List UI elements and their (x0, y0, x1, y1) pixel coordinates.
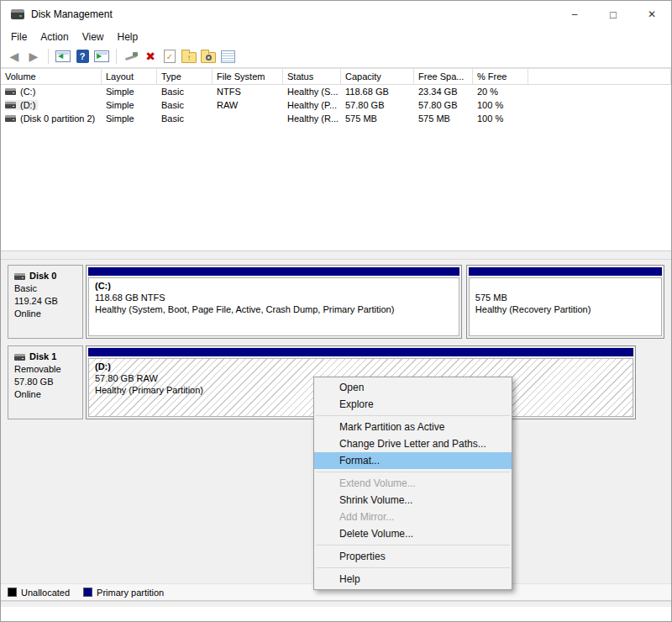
menu-separator (316, 567, 510, 568)
primary-partition-bar (88, 267, 459, 276)
col-pct-free[interactable]: % Free (473, 69, 528, 85)
green-right-triangle: ▶ (97, 53, 102, 60)
col-layout[interactable]: Layout (102, 69, 157, 85)
menu-item-help[interactable]: Help (314, 571, 512, 588)
menu-item-properties[interactable]: Properties (314, 548, 512, 565)
col-volume[interactable]: Volume (1, 69, 102, 85)
legend-primary-partition: Primary partition (83, 588, 164, 598)
disk1-label[interactable]: Disk 1 Removable 57.80 GB Online (8, 345, 83, 419)
close-button[interactable]: ✕ (633, 1, 671, 28)
orange-check: ✓ (166, 52, 173, 61)
drive-icon (5, 115, 16, 122)
menu-action[interactable]: Action (34, 29, 75, 45)
disk0-label[interactable]: Disk 0 Basic 119.24 GB Online (8, 265, 83, 339)
partition-context-menu: Open Explore Mark Partition as Active Ch… (313, 377, 512, 590)
menu-item-explore[interactable]: Explore (314, 396, 512, 413)
window-title: Disk Management (31, 8, 113, 20)
col-capacity[interactable]: Capacity (341, 69, 414, 85)
disk0-size: 119.24 GB (14, 295, 76, 308)
disk0-kind: Basic (14, 282, 76, 295)
disk1-state: Online (14, 388, 76, 401)
menu-item-add-mirror: Add Mirror... (314, 509, 512, 525)
refresh-tool-icon[interactable] (123, 47, 139, 66)
primary-partition-bar (88, 348, 633, 356)
volume-list-header: Volume Layout Type File System Status Ca… (1, 68, 671, 85)
maximize-button[interactable]: □ (594, 1, 633, 28)
toolbar: ◀ ▶ ◀ ? ▶ ✖ ✓ ↑ (1, 45, 671, 68)
green-left-triangle: ◀ (58, 53, 63, 60)
title-bar: Disk Management – □ ✕ (1, 1, 671, 28)
up-one-level-icon[interactable]: ↑ (181, 47, 197, 66)
col-filler (528, 69, 671, 85)
disk0-partitions: (C:) 118.68 GB NTFS Healthy (System, Boo… (86, 265, 664, 339)
disk1-size: 57.80 GB (14, 376, 76, 388)
question-mark: ? (76, 50, 89, 63)
menu-help[interactable]: Help (111, 29, 145, 45)
delete-volume-icon[interactable]: ✖ (142, 47, 159, 66)
disk1-kind: Removable (14, 363, 76, 376)
show-console-tree-icon[interactable]: ◀ (55, 47, 71, 66)
properties-check-icon[interactable]: ✓ (161, 47, 178, 66)
table-row-recovery[interactable]: (Disk 0 partition 2) Simple Basic Health… (1, 112, 671, 125)
menu-item-delete-volume[interactable]: Delete Volume... (314, 525, 512, 542)
menu-separator (316, 415, 510, 416)
disk-icon (14, 273, 25, 280)
toolbar-separator (116, 49, 117, 64)
menu-view[interactable]: View (76, 29, 111, 45)
menu-item-extend-volume: Extend Volume... (314, 475, 512, 492)
primary-partition-swatch (83, 588, 92, 597)
disk-management-window: Disk Management – □ ✕ File Action View H… (0, 0, 672, 622)
unallocated-swatch (8, 588, 17, 597)
volume-list-pane: Volume Layout Type File System Status Ca… (1, 68, 671, 251)
window-bottom-edge (1, 601, 671, 607)
table-row-c[interactable]: (C:) Simple Basic NTFS Healthy (S... 118… (1, 85, 671, 98)
drive-icon (5, 88, 16, 95)
toolbar-separator (48, 49, 49, 64)
primary-partition-bar (469, 267, 662, 276)
col-file-system[interactable]: File System (213, 69, 283, 85)
menu-item-format[interactable]: Format... (314, 452, 512, 469)
minimize-button[interactable]: – (555, 1, 594, 28)
disk-drive-app-icon (11, 9, 24, 19)
disk0-state: Online (14, 308, 76, 320)
menu-separator (316, 472, 510, 472)
partition-c[interactable]: (C:) 118.68 GB NTFS Healthy (System, Boo… (86, 265, 462, 339)
green-up-arrow: ↑ (187, 54, 192, 62)
pane-splitter[interactable] (1, 251, 671, 260)
menu-separator (316, 545, 510, 546)
magnifier-icon (206, 55, 212, 61)
menu-bar: File Action View Help (1, 28, 671, 45)
col-status[interactable]: Status (283, 69, 341, 85)
disk0-row: Disk 0 Basic 119.24 GB Online (C:) 118.6… (8, 265, 664, 339)
menu-item-mark-partition-active[interactable]: Mark Partition as Active (314, 419, 512, 435)
col-type[interactable]: Type (157, 69, 213, 85)
drive-icon (5, 102, 16, 108)
help-icon[interactable]: ? (74, 47, 91, 66)
show-action-pane-icon[interactable]: ▶ (93, 47, 110, 66)
col-free-space[interactable]: Free Spa... (414, 69, 473, 85)
disk-icon (14, 354, 25, 361)
forward-icon[interactable]: ▶ (25, 47, 42, 66)
menu-item-shrink-volume[interactable]: Shrink Volume... (314, 492, 512, 509)
selected-volume-highlight: (D:) (5, 100, 38, 110)
menu-item-open[interactable]: Open (314, 379, 512, 396)
table-row-d[interactable]: (D:) Simple Basic RAW Healthy (P... 57.8… (1, 98, 671, 112)
menu-file[interactable]: File (4, 29, 34, 45)
back-icon[interactable]: ◀ (6, 47, 23, 66)
menu-item-change-drive-letter[interactable]: Change Drive Letter and Paths... (314, 435, 512, 452)
partition-recovery[interactable]: 575 MB Healthy (Recovery Partition) (466, 265, 664, 339)
legend-unallocated: Unallocated (8, 588, 70, 598)
status-bar (1, 600, 671, 621)
details-view-icon[interactable] (219, 47, 236, 66)
explore-folder-icon[interactable] (200, 47, 217, 66)
